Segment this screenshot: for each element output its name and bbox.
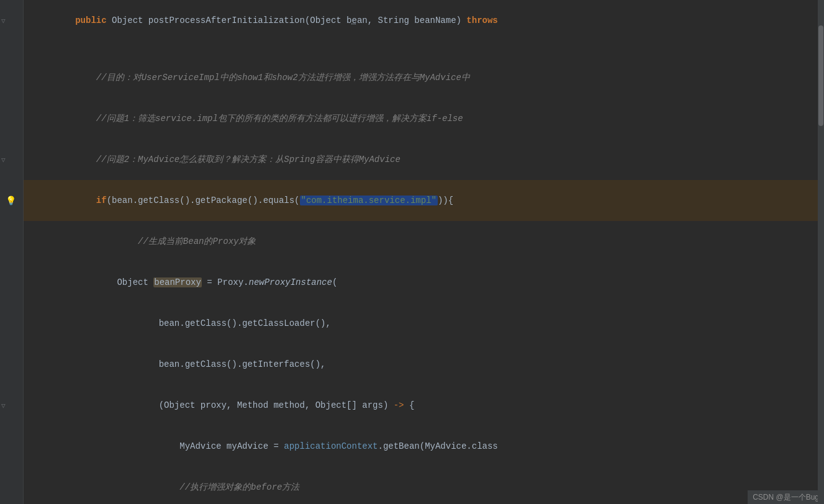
- code-line-11: ▽ (Object proxy, Method method, Object[]…: [0, 385, 824, 426]
- line-content-11: (Object proxy, Method method, Object[] a…: [24, 385, 824, 426]
- line-content-9: bean.getClass().getClassLoader(),: [24, 303, 824, 344]
- bottom-bar: CSDN @是一个Bug: [748, 490, 824, 504]
- code-line-9: bean.getClass().getClassLoader(),: [0, 303, 824, 344]
- code-line-12: MyAdvice myAdvice = applicationContext.g…: [0, 426, 824, 467]
- gutter-7: [0, 221, 24, 262]
- code-line-2: [0, 41, 824, 57]
- line-content-2: [24, 41, 824, 57]
- code-line-8: Object beanProxy = Proxy.newProxyInstanc…: [0, 262, 824, 303]
- line-content-3: //目的：对UserServiceImpl中的show1和show2方法进行增强…: [24, 57, 824, 98]
- code-line-4: //问题1：筛选service.impl包下的所有的类的所有方法都可以进行增强，…: [0, 98, 824, 139]
- lightbulb-icon[interactable]: 💡: [6, 196, 16, 206]
- gutter-9: [0, 303, 24, 344]
- gutter-5: ▽: [0, 139, 24, 180]
- code-line-3: //目的：对UserServiceImpl中的show1和show2方法进行增强…: [0, 57, 824, 98]
- line-content-7: //生成当前Bean的Proxy对象: [24, 221, 824, 262]
- gutter-11: ▽: [0, 385, 24, 426]
- scrollbar-vertical[interactable]: [818, 0, 824, 504]
- line-content-10: bean.getClass().getInterfaces(),: [24, 344, 824, 385]
- gutter-2: [0, 41, 24, 57]
- gutter-8: [0, 262, 24, 303]
- fold-arrow-5[interactable]: ▽: [1, 156, 6, 164]
- gutter-3: [0, 57, 24, 98]
- line-content-1: public Object postProcessAfterInitializa…: [24, 0, 824, 41]
- line-content-5: //问题2：MyAdvice怎么获取到？解决方案：从Spring容器中获得MyA…: [24, 139, 824, 180]
- fold-arrow-1[interactable]: ▽: [1, 17, 6, 25]
- line-content-8: Object beanProxy = Proxy.newProxyInstanc…: [24, 262, 824, 303]
- code-line-5: ▽ //问题2：MyAdvice怎么获取到？解决方案：从Spring容器中获得M…: [0, 139, 824, 180]
- gutter-12: [0, 426, 24, 467]
- bottom-bar-text: CSDN @是一个Bug: [753, 492, 819, 503]
- fold-arrow-11[interactable]: ▽: [1, 402, 6, 410]
- gutter-10: [0, 344, 24, 385]
- code-line-7: //生成当前Bean的Proxy对象: [0, 221, 824, 262]
- code-line-10: bean.getClass().getInterfaces(),: [0, 344, 824, 385]
- line-content-6: if(bean.getClass().getPackage().equals("…: [24, 180, 824, 221]
- gutter-1: ▽: [0, 0, 24, 41]
- gutter-13: [0, 467, 24, 504]
- code-area: ▽ public Object postProcessAfterInitiali…: [0, 0, 824, 504]
- gutter-4: [0, 98, 24, 139]
- line-content-4: //问题1：筛选service.impl包下的所有的类的所有方法都可以进行增强，…: [24, 98, 824, 139]
- line-content-12: MyAdvice myAdvice = applicationContext.g…: [24, 426, 824, 467]
- line-content-13: //执行增强对象的before方法: [24, 467, 824, 504]
- gutter-6: 💡: [0, 180, 24, 221]
- code-line-13: //执行增强对象的before方法: [0, 467, 824, 504]
- code-line-1: ▽ public Object postProcessAfterInitiali…: [0, 0, 824, 41]
- editor-container: ▽ public Object postProcessAfterInitiali…: [0, 0, 824, 504]
- code-line-6: 💡 if(bean.getClass().getPackage().equals…: [0, 180, 824, 221]
- scrollbar-thumb[interactable]: [818, 25, 823, 126]
